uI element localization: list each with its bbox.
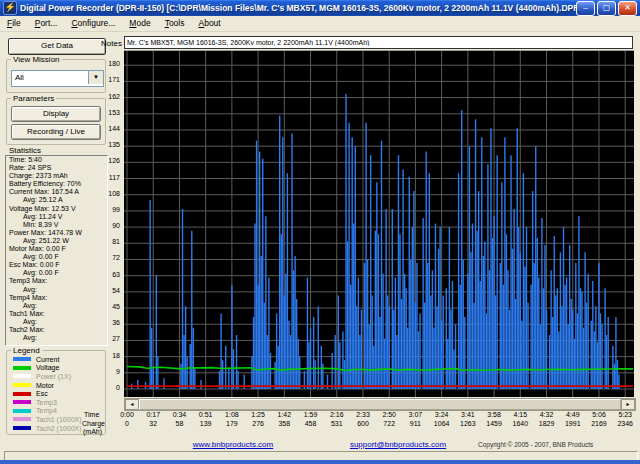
get-data-button[interactable]: Get Data: [8, 38, 106, 55]
charge-tick-label: 1459: [486, 420, 502, 427]
parameters-title: Parameters: [11, 94, 56, 103]
charge-tick-label: 0: [125, 420, 129, 427]
time-tick-label: 2:16: [330, 411, 344, 418]
maximize-button[interactable]: ▢: [597, 1, 616, 16]
support-email-link[interactable]: support@bnbproducts.com: [318, 440, 478, 449]
stat-line: Min: 8.39 V: [6, 221, 107, 229]
y-tick-label: 153: [108, 109, 120, 116]
legend-item-motor[interactable]: Motor: [7, 381, 105, 390]
y-tick-label: 162: [108, 93, 120, 100]
notes-input[interactable]: [124, 36, 633, 49]
menu-port[interactable]: Port...: [28, 17, 65, 30]
y-tick-label: 9: [116, 368, 120, 375]
legend-color-swatch: [13, 426, 31, 430]
legend-label: Voltage: [36, 364, 59, 371]
title-bar[interactable]: ⚡ Digital Power Recorder (DPR-II-150) [C…: [0, 0, 640, 16]
charge-tick-row: 0325813917927635845853160072291110641263…: [124, 420, 634, 429]
menu-mode[interactable]: Mode: [122, 17, 157, 30]
time-tick-label: 4:15: [513, 411, 527, 418]
legend-color-swatch: [13, 366, 31, 370]
y-tick-label: 99: [112, 206, 120, 213]
charge-tick-label: 32: [149, 420, 157, 427]
stat-line: Time: 5:40: [6, 156, 107, 164]
stat-line: Avg: 0.00 F: [6, 253, 107, 261]
legend-color-swatch: [13, 383, 31, 387]
stat-line: Temp3 Max:: [6, 277, 107, 285]
y-axis-labels: 1801711621531441351261171089990817263544…: [100, 50, 122, 396]
website-link[interactable]: www.bnbproducts.com: [158, 440, 308, 449]
charge-tick-label: 2346: [617, 420, 633, 427]
time-tick-label: 5:23: [618, 411, 632, 418]
time-tick-label: 3:41: [461, 411, 475, 418]
stat-line: Voltage Max: 12.53 V: [6, 205, 107, 213]
legend-color-swatch: [13, 409, 31, 413]
y-tick-label: 0: [116, 384, 120, 391]
time-tick-label: 4:32: [540, 411, 554, 418]
y-tick-label: 108: [108, 190, 120, 197]
time-tick-label: 5:06: [592, 411, 606, 418]
menu-file[interactable]: File: [0, 17, 28, 30]
stat-line: Avg: 11.24 V: [6, 213, 107, 221]
y-tick-label: 45: [112, 303, 120, 310]
y-tick-label: 27: [112, 335, 120, 342]
stat-line: Avg:: [6, 318, 107, 326]
scroll-right-icon[interactable]: ►: [621, 399, 635, 410]
stat-line: Power Max: 1474.78 W: [6, 229, 107, 237]
stat-line: Rate: 24 SPS: [6, 164, 107, 172]
statistics-title: Statistics: [9, 146, 41, 155]
time-tick-label: 1:59: [304, 411, 318, 418]
chart-plot-area[interactable]: [124, 50, 634, 397]
y-tick-label: 117: [109, 174, 120, 181]
legend-label: Motor: [36, 382, 54, 389]
legend-item-power[interactable]: Power (1X): [7, 372, 105, 381]
view-mission-title: View Mission: [11, 55, 62, 64]
legend-label: Esc: [36, 390, 48, 397]
legend-label: Temp4: [36, 407, 57, 414]
legend-label: Tach2 (1000X): [36, 425, 82, 432]
menu-tools[interactable]: Tools: [158, 17, 192, 30]
legend-item-temp3[interactable]: Temp3: [7, 398, 105, 407]
y-tick-label: 171: [108, 76, 120, 83]
menu-about[interactable]: About: [191, 17, 227, 30]
time-tick-label: 3:24: [435, 411, 449, 418]
charge-tick-label: 1064: [434, 420, 450, 427]
y-tick-label: 18: [112, 352, 120, 359]
app-window: ⚡ Digital Power Recorder (DPR-II-150) [C…: [0, 0, 640, 464]
close-button[interactable]: ✕: [618, 1, 637, 16]
menu-configure[interactable]: Configure...: [64, 17, 122, 30]
time-tick-label: 0:51: [199, 411, 213, 418]
stat-line: Avg:: [6, 302, 107, 310]
legend-color-swatch: [13, 417, 31, 421]
statistics-panel: Time: 5:40Rate: 24 SPSCharge: 2373 mAhBa…: [5, 155, 108, 346]
legend-label: Temp3: [36, 399, 57, 406]
legend-item-voltage[interactable]: Voltage: [7, 364, 105, 373]
legend-item-esc[interactable]: Esc: [7, 389, 105, 398]
legend-item-current[interactable]: Current: [7, 355, 105, 364]
stat-line: Temp4 Max:: [6, 294, 107, 302]
y-tick-label: 135: [108, 141, 120, 148]
mission-select[interactable]: All ▼: [11, 70, 104, 87]
charge-tick-label: 2169: [591, 420, 607, 427]
app-icon: ⚡: [3, 1, 17, 15]
y-tick-label: 144: [108, 125, 120, 132]
minimize-button[interactable]: –: [576, 1, 595, 16]
y-tick-label: 126: [108, 157, 120, 164]
scroll-left-icon[interactable]: ◄: [125, 399, 139, 410]
recording-live-button[interactable]: Recording / Live: [11, 124, 101, 140]
menu-bar: FilePort...Configure...ModeToolsAbout: [0, 16, 640, 32]
stat-line: Esc Max: 0.00 F: [6, 261, 107, 269]
legend-label: Power (1X): [36, 373, 71, 380]
charge-tick-label: 276: [252, 420, 264, 427]
display-button[interactable]: Display: [11, 106, 101, 122]
chart-scrollbar[interactable]: ◄ ►: [124, 398, 636, 411]
copyright-text: Copyright © 2005 - 2007, BNB Products: [478, 441, 636, 448]
charge-tick-label: 722: [383, 420, 395, 427]
stat-line: Tach1 Max:: [6, 310, 107, 318]
charge-tick-label: 911: [410, 420, 421, 427]
window-bottom-border: [0, 460, 640, 464]
legend-color-swatch: [13, 400, 31, 404]
scrollbar-thumb[interactable]: [139, 399, 621, 410]
stat-line: Avg: 0.00 F: [6, 269, 107, 277]
charge-tick-label: 139: [200, 420, 212, 427]
time-tick-label: 1:42: [278, 411, 292, 418]
